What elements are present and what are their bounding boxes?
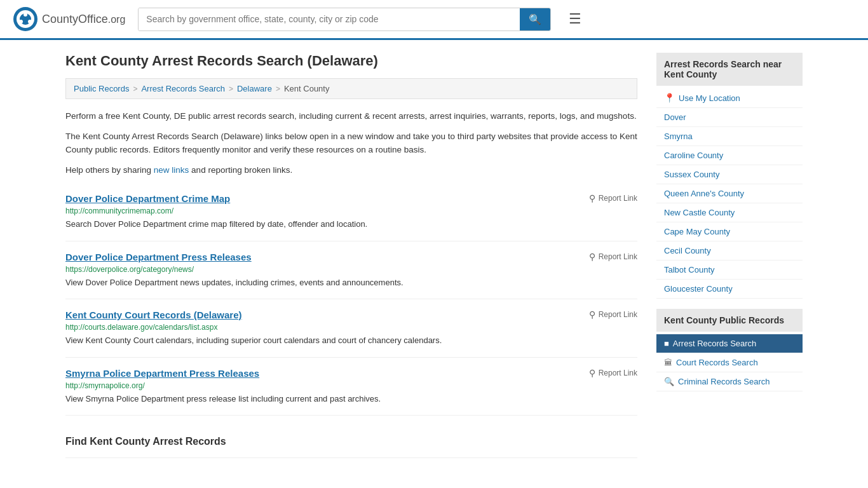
- description-2: The Kent County Arrest Records Search (D…: [65, 130, 637, 157]
- page-title: Kent County Arrest Records Search (Delaw…: [65, 53, 637, 69]
- nearby-link-5[interactable]: New Castle County: [656, 203, 803, 222]
- result-item-1: Dover Police Department Crime Map ⚲ Repo…: [65, 183, 637, 241]
- result-desc-2: View Dover Police Department news update…: [65, 276, 637, 289]
- find-section-title: Find Kent County Arrest Records: [65, 436, 637, 447]
- public-records-section: Kent County Public Records ■ Arrest Reco…: [656, 309, 803, 391]
- breadcrumb-public-records[interactable]: Public Records: [74, 84, 129, 93]
- result-header-3: Kent County Court Records (Delaware) ⚲ R…: [65, 309, 637, 320]
- description-3: Help others by sharing new links and rep…: [65, 163, 637, 177]
- public-records-header: Kent County Public Records: [656, 309, 803, 332]
- logo-icon: [13, 6, 38, 32]
- nearby-link-3[interactable]: Sussex County: [656, 165, 803, 184]
- svg-point-5: [19, 20, 23, 24]
- nearby-header: Arrest Records Search near Kent County: [656, 53, 803, 86]
- report-icon-4: ⚲: [589, 368, 595, 378]
- nearby-link-4[interactable]: Queen Anne's County: [656, 184, 803, 203]
- report-icon-2: ⚲: [589, 252, 595, 262]
- public-records-link-2[interactable]: 🔍 Criminal Records Search: [656, 372, 803, 391]
- logo-suffix: .org: [108, 14, 126, 25]
- nearby-link-8[interactable]: Talbot County: [656, 261, 803, 280]
- breadcrumb-sep-1: >: [133, 85, 137, 93]
- search-bar: 🔍: [138, 8, 551, 31]
- svg-point-4: [28, 20, 32, 24]
- result-item-4: Smyrna Police Department Press Releases …: [65, 358, 637, 416]
- result-header-2: Dover Police Department Press Releases ⚲…: [65, 252, 637, 262]
- breadcrumb-delaware[interactable]: Delaware: [237, 84, 272, 93]
- result-header-4: Smyrna Police Department Press Releases …: [65, 368, 637, 379]
- search-input[interactable]: [139, 8, 520, 30]
- result-title-1[interactable]: Dover Police Department Crime Map: [65, 193, 230, 204]
- breadcrumb-sep-3: >: [276, 85, 280, 93]
- public-records-link-1[interactable]: 🏛 Court Records Search: [656, 353, 803, 372]
- criminal-records-icon: 🔍: [664, 377, 674, 386]
- nearby-link-2[interactable]: Caroline County: [656, 146, 803, 165]
- svg-point-3: [24, 13, 27, 17]
- arrest-records-icon: ■: [664, 339, 669, 348]
- report-icon-3: ⚲: [589, 309, 595, 320]
- menu-button[interactable]: ☰: [564, 8, 587, 30]
- result-desc-3: View Kent County Court calendars, includ…: [65, 334, 637, 347]
- nearby-link-6[interactable]: Cape May County: [656, 222, 803, 241]
- court-records-icon: 🏛: [664, 358, 672, 367]
- logo-name: CountyOffice: [42, 13, 108, 25]
- result-item-3: Kent County Court Records (Delaware) ⚲ R…: [65, 299, 637, 358]
- search-button[interactable]: 🔍: [520, 8, 550, 30]
- result-header-1: Dover Police Department Crime Map ⚲ Repo…: [65, 193, 637, 204]
- location-icon: 📍: [664, 93, 675, 103]
- result-desc-4: View Smyrna Police Department press rele…: [65, 393, 637, 405]
- breadcrumb: Public Records > Arrest Records Search >…: [65, 78, 637, 99]
- nearby-link-7[interactable]: Cecil County: [656, 241, 803, 261]
- result-url-4[interactable]: http://smyrnapolice.org/: [65, 381, 637, 390]
- breadcrumb-current: Kent County: [284, 84, 330, 93]
- result-title-4[interactable]: Smyrna Police Department Press Releases: [65, 368, 259, 379]
- report-link-btn-2[interactable]: ⚲ Report Link: [589, 252, 637, 262]
- main-container: Kent County Arrest Records Search (Delaw…: [53, 40, 815, 471]
- new-links-link[interactable]: new links: [154, 165, 189, 175]
- report-icon-1: ⚲: [589, 193, 595, 203]
- result-desc-1: Search Dover Police Department crime map…: [65, 218, 637, 231]
- breadcrumb-arrest-records[interactable]: Arrest Records Search: [141, 84, 225, 93]
- use-location-link[interactable]: Use My Location: [679, 93, 740, 103]
- find-section: Find Kent County Arrest Records: [65, 416, 637, 458]
- result-title-3[interactable]: Kent County Court Records (Delaware): [65, 309, 242, 320]
- use-my-location[interactable]: 📍 Use My Location: [656, 88, 803, 108]
- sidebar: Arrest Records Search near Kent County 📍…: [656, 53, 803, 458]
- nearby-link-1[interactable]: Smyrna: [656, 127, 803, 146]
- nearby-section: Arrest Records Search near Kent County 📍…: [656, 53, 803, 299]
- description-1: Perform a free Kent County, DE public ar…: [65, 109, 637, 123]
- breadcrumb-sep-2: >: [229, 85, 233, 93]
- site-header: CountyOffice.org 🔍 ☰: [0, 0, 868, 40]
- logo-text: CountyOffice.org: [42, 13, 125, 26]
- result-item-2: Dover Police Department Press Releases ⚲…: [65, 241, 637, 300]
- report-link-btn-4[interactable]: ⚲ Report Link: [589, 368, 637, 378]
- result-title-2[interactable]: Dover Police Department Press Releases: [65, 252, 252, 262]
- result-url-1[interactable]: http://communitycrimemap.com/: [65, 207, 637, 215]
- result-url-2[interactable]: https://doverpolice.org/category/news/: [65, 265, 637, 274]
- report-link-btn-3[interactable]: ⚲ Report Link: [589, 309, 637, 320]
- logo[interactable]: CountyOffice.org: [13, 6, 125, 32]
- result-url-3[interactable]: http://courts.delaware.gov/calendars/lis…: [65, 323, 637, 332]
- report-link-btn-1[interactable]: ⚲ Report Link: [589, 193, 637, 203]
- public-records-link-0[interactable]: ■ Arrest Records Search: [656, 334, 803, 353]
- content-area: Kent County Arrest Records Search (Delaw…: [65, 53, 637, 458]
- nearby-link-9[interactable]: Gloucester County: [656, 280, 803, 299]
- nearby-link-0[interactable]: Dover: [656, 108, 803, 127]
